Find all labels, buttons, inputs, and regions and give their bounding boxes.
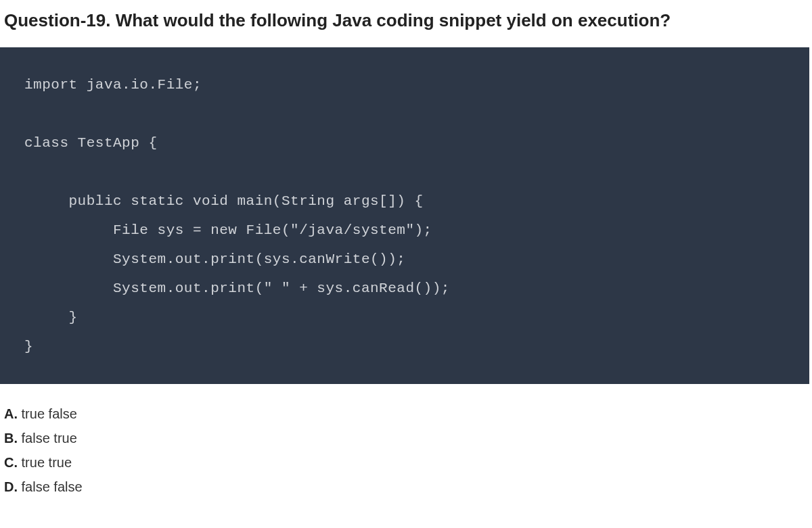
option-d[interactable]: D. false false [4,475,808,499]
option-text: false false [18,479,83,494]
option-letter: C. [4,455,18,470]
code-line: System.out.print(" " + sys.canRead()); [24,281,450,296]
code-line: } [24,339,33,354]
code-line: public static void main(String args[]) { [24,193,424,209]
option-b[interactable]: B. false true [4,426,808,450]
option-text: false true [18,431,77,446]
answer-options: A. true false B. false true C. true true… [0,384,812,506]
option-text: true false [18,406,77,421]
code-line: File sys = new File("/java/system"); [24,222,432,238]
code-line: } [24,310,78,325]
code-line: import java.io.File; [24,77,202,93]
code-line: class TestApp { [24,135,158,151]
option-c[interactable]: C. true true [4,450,808,475]
option-letter: B. [4,431,18,446]
option-letter: A. [4,406,18,421]
option-text: true true [18,455,72,470]
question-title: Question-19. What would the following Ja… [0,0,812,47]
code-snippet: import java.io.File; class TestApp { pub… [0,47,809,384]
option-a[interactable]: A. true false [4,402,808,426]
code-line: System.out.print(sys.canWrite()); [24,251,405,267]
option-letter: D. [4,479,18,494]
